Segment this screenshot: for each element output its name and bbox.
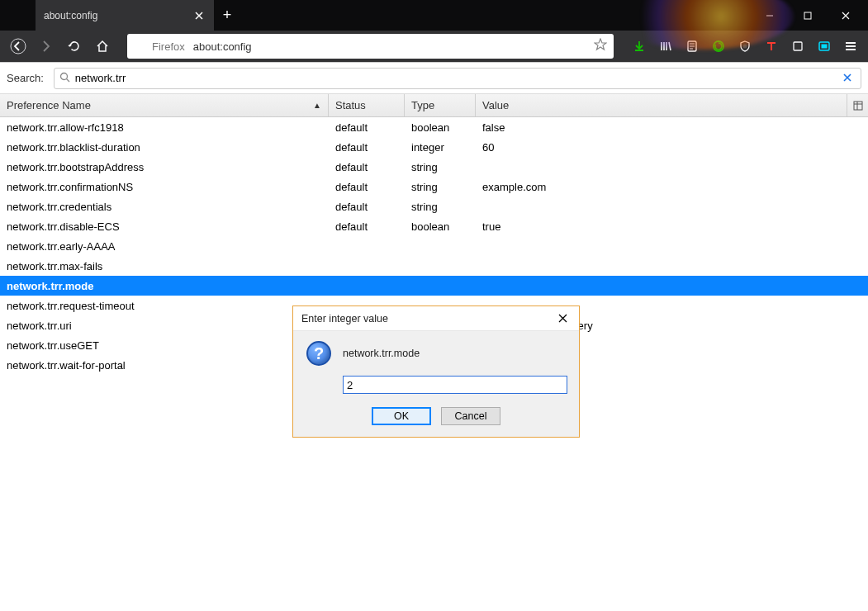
tab-title: about:config (44, 10, 192, 21)
window-minimize-button[interactable] (751, 0, 789, 31)
pref-type: integer (405, 141, 476, 154)
back-button[interactable] (5, 33, 31, 59)
dialog-titlebar: Enter integer value (293, 306, 579, 331)
window-maximize-button[interactable] (789, 0, 827, 31)
pref-row[interactable]: network.trr.max-fails (0, 256, 868, 276)
svg-rect-0 (804, 12, 811, 19)
refresh-green-icon[interactable] (706, 34, 731, 59)
column-pref-name[interactable]: Preference Name ▲ (0, 94, 329, 116)
content-area: Search: Preference Name ▲ Status Type Va… (0, 62, 868, 611)
dialog-value-input[interactable] (343, 376, 567, 394)
clear-search-icon[interactable] (839, 72, 856, 85)
prefs-header: Preference Name ▲ Status Type Value (0, 94, 868, 117)
column-type-label: Type (411, 99, 434, 111)
downloads-icon[interactable] (627, 34, 652, 59)
pref-row[interactable]: network.trr.credentialsdefaultstring (0, 197, 868, 216)
column-value[interactable]: Value (476, 94, 847, 116)
pref-type: boolean (405, 220, 476, 233)
pref-type: string (405, 161, 476, 173)
enter-value-dialog: Enter integer value ? network.trr.mode O… (292, 306, 580, 438)
pref-name: network.trr.credentials (0, 201, 329, 213)
bookmark-star-icon[interactable] (594, 38, 607, 54)
container-icon[interactable] (812, 34, 837, 59)
ok-button[interactable]: OK (372, 407, 431, 425)
dialog-pref-name: network.trr.mode (343, 348, 420, 359)
column-value-label: Value (482, 99, 509, 111)
search-label: Search: (7, 72, 44, 84)
pref-row[interactable]: network.trr.allow-rfc1918defaultbooleanf… (0, 117, 868, 137)
svg-point-1 (11, 39, 26, 54)
pref-row[interactable]: network.trr.blacklist-durationdefaultint… (0, 137, 868, 157)
pref-row[interactable]: network.trr.mode (0, 276, 868, 296)
window-close-button[interactable] (827, 0, 865, 31)
svg-point-8 (60, 73, 67, 79)
pref-name: network.trr.request-timeout (0, 300, 329, 312)
search-icon (59, 71, 70, 86)
svg-rect-7 (822, 45, 828, 49)
pref-name: network.trr.disable-ECS (0, 220, 329, 233)
column-status-label: Status (335, 99, 366, 111)
reader-icon[interactable] (680, 34, 704, 59)
new-tab-button[interactable]: + (214, 0, 240, 31)
pref-status: default (329, 161, 405, 173)
svg-point-4 (743, 45, 747, 49)
pref-name: network.trr.bootstrapAddress (0, 161, 329, 173)
pref-name: network.trr.allow-rfc1918 (0, 121, 329, 134)
pref-row[interactable]: network.trr.bootstrapAddressdefaultstrin… (0, 157, 868, 177)
titlebar: about:config + (0, 0, 868, 31)
pref-value: example.com (476, 181, 868, 193)
dialog-buttons: OK Cancel (293, 397, 579, 437)
pref-status: default (329, 220, 405, 233)
pref-row[interactable]: network.trr.disable-ECSdefaultbooleantru… (0, 216, 868, 236)
dialog-body: ? network.trr.mode (293, 331, 579, 397)
pref-value: true (476, 220, 868, 233)
pref-name: network.trr.early-AAAA (0, 240, 329, 253)
dialog-title-text: Enter integer value (301, 313, 388, 324)
column-pref-name-label: Preference Name (7, 99, 91, 111)
nav-toolbar: Firefox about:config (0, 31, 868, 62)
pref-type: string (405, 201, 476, 213)
pref-name: network.trr.useGET (0, 339, 329, 352)
toolbar-icons (622, 34, 863, 59)
cancel-button[interactable]: Cancel (441, 407, 500, 425)
pref-name: network.trr.wait-for-portal (0, 359, 329, 372)
pref-name: network.trr.uri (0, 320, 329, 332)
browser-tab[interactable]: about:config (36, 0, 214, 31)
pref-status: default (329, 181, 405, 193)
url-text: about:config (193, 40, 594, 53)
column-type[interactable]: Type (405, 94, 476, 116)
firefox-icon (134, 40, 147, 53)
pref-status: default (329, 201, 405, 213)
column-picker-icon[interactable] (847, 94, 868, 116)
svg-rect-9 (854, 102, 862, 110)
window-controls (751, 0, 868, 31)
shield-icon[interactable] (733, 34, 757, 59)
pref-type: boolean (405, 121, 476, 134)
app-menu-button[interactable] (838, 34, 863, 59)
extension-icon[interactable] (785, 34, 810, 59)
home-button[interactable] (89, 33, 116, 59)
close-tab-icon[interactable] (192, 9, 206, 22)
url-brand: Firefox (152, 40, 185, 53)
pref-status: default (329, 121, 405, 134)
url-bar[interactable]: Firefox about:config (127, 34, 614, 59)
question-icon: ? (306, 341, 331, 366)
search-row: Search: (0, 63, 868, 94)
pref-status: default (329, 141, 405, 154)
pref-row[interactable]: network.trr.early-AAAA (0, 236, 868, 256)
pref-row[interactable]: network.trr.confirmationNSdefaultstringe… (0, 177, 868, 197)
pref-name: network.trr.confirmationNS (0, 181, 329, 193)
column-status[interactable]: Status (329, 94, 405, 116)
library-icon[interactable] (653, 34, 678, 59)
search-box[interactable] (54, 68, 861, 89)
tab-spacer (0, 0, 36, 31)
svg-rect-5 (794, 42, 802, 50)
pref-value: false (476, 121, 868, 134)
dialog-close-button[interactable] (554, 312, 571, 325)
pref-name: network.trr.mode (0, 280, 329, 292)
reload-button[interactable] (61, 33, 88, 59)
pref-name: network.trr.blacklist-duration (0, 141, 329, 154)
search-input[interactable] (75, 72, 839, 84)
pref-type: string (405, 181, 476, 193)
text-icon[interactable] (759, 34, 784, 59)
